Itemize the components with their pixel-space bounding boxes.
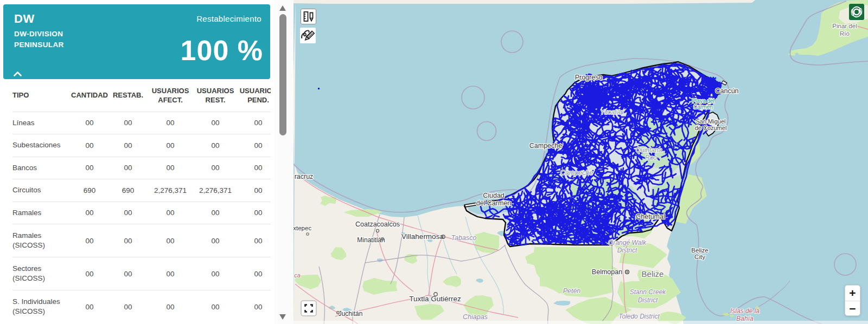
svg-text:Progreso: Progreso	[575, 74, 603, 81]
svg-text:racruz: racruz	[295, 173, 314, 180]
svg-text:District: District	[638, 296, 658, 304]
svg-text:uxtepec: uxtepec	[293, 225, 311, 231]
svg-text:Chiapas: Chiapas	[463, 313, 488, 321]
svg-text:Coatzacoalcos: Coatzacoalcos	[355, 221, 400, 228]
svg-text:Ciudad: Ciudad	[483, 192, 505, 199]
svg-text:Islas de la: Islas de la	[730, 307, 760, 315]
svg-text:District: District	[617, 247, 637, 254]
svg-text:Toledo District: Toledo District	[618, 313, 660, 320]
svg-text:Belize: Belize	[642, 269, 664, 278]
svg-text:City: City	[694, 254, 705, 260]
svg-text:del Carmen: del Carmen	[476, 199, 512, 207]
svg-text:San Miguel: San Miguel	[695, 118, 725, 125]
svg-text:Chetumal: Chetumal	[636, 213, 665, 221]
svg-text:Playa del: Playa del	[692, 98, 714, 104]
svg-text:Yucatán: Yucatán	[600, 108, 624, 116]
svg-text:Río: Río	[840, 30, 850, 37]
svg-text:de Cozumel: de Cozumel	[695, 125, 727, 131]
svg-text:Campeche: Campeche	[529, 142, 562, 150]
svg-text:Pinar del: Pinar del	[832, 23, 857, 29]
svg-text:Roo: Roo	[645, 154, 657, 161]
svg-text:Cancún: Cancún	[715, 87, 738, 95]
svg-text:Juchitán: Juchitán	[339, 310, 363, 317]
svg-text:Quintana: Quintana	[636, 146, 662, 154]
svg-text:Campeche: Campeche	[560, 169, 593, 177]
svg-text:Carmen: Carmen	[693, 104, 713, 110]
svg-text:Petén: Petén	[563, 287, 581, 295]
svg-text:Belmopan: Belmopan	[592, 268, 622, 276]
svg-text:Orange Walk: Orange Walk	[608, 239, 647, 247]
svg-text:Minatitlán: Minatitlán	[357, 236, 385, 244]
svg-text:Villahermosa: Villahermosa	[401, 232, 444, 241]
svg-text:Tabasco: Tabasco	[451, 234, 477, 242]
svg-text:ca: ca	[294, 272, 301, 278]
svg-text:Belize: Belize	[691, 247, 708, 254]
svg-text:Stann Creek: Stann Creek	[630, 288, 667, 296]
